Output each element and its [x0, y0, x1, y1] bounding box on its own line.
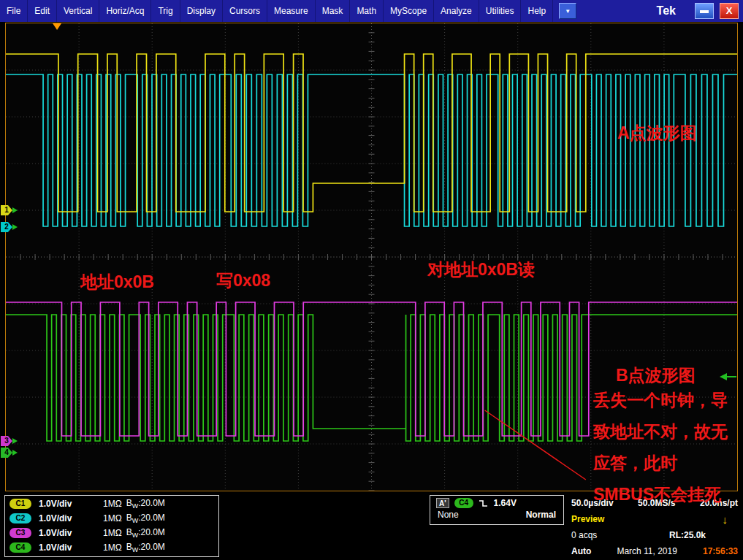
- channel-bandwidth: BW:20.0M: [126, 513, 165, 524]
- channel-scale: 1.0V/div: [39, 528, 94, 538]
- menu-item-analyze[interactable]: Analyze: [434, 0, 479, 22]
- channel-bandwidth: BW:20.0M: [126, 498, 165, 510]
- date-label: March 11, 2019: [617, 546, 677, 556]
- preview-status: Preview: [571, 514, 604, 524]
- channel-readout-row: C21.0V/div1MΩBW:20.0M: [5, 511, 218, 526]
- menu-item-vertical[interactable]: Vertical: [57, 0, 99, 22]
- tek-logo: Tek: [657, 0, 676, 22]
- annotation-read: 对地址0x0B读: [427, 258, 535, 281]
- annotation-note-line: 致地址不对，故无: [593, 416, 728, 448]
- channel-readout-row: C41.0V/div1MΩBW:20.0M: [5, 540, 218, 555]
- falling-edge-icon: [479, 499, 489, 508]
- trigger-mode: Normal: [526, 510, 556, 520]
- annotation-note: 丢失一个时钟，导 致地址不对，故无 应答，此时 SMBUS不会挂死: [593, 385, 728, 510]
- menu-item-edit[interactable]: Edit: [28, 0, 57, 22]
- trigger-readout: A' C4 1.64V None Normal: [430, 495, 564, 525]
- menu-dropdown-button[interactable]: ▼: [559, 3, 576, 19]
- minimize-button[interactable]: [695, 3, 714, 19]
- oscilloscope-screen: FileEditVerticalHoriz/AcqTrigDisplayCurs…: [0, 0, 743, 560]
- channel4-arrow-icon: [12, 450, 18, 456]
- channel-impedance: 1MΩ: [103, 513, 122, 523]
- channel-impedance: 1MΩ: [103, 528, 122, 538]
- channel2-arrow-icon: [12, 224, 18, 230]
- menu-item-myscope[interactable]: MyScope: [384, 0, 434, 22]
- annotation-b-point: B点波形图: [616, 364, 696, 387]
- menu-item-mask[interactable]: Mask: [316, 0, 351, 22]
- acquisition-count: 0 acqs: [571, 530, 597, 540]
- trigger-source-badge[interactable]: A': [436, 498, 449, 508]
- channel-bandwidth: BW:20.0M: [126, 527, 165, 539]
- menu-bar: FileEditVerticalHoriz/AcqTrigDisplayCurs…: [0, 0, 743, 22]
- menu-item-trig[interactable]: Trig: [151, 0, 180, 22]
- channel-scale: 1.0V/div: [39, 542, 94, 553]
- channel-readout-row: C11.0V/div1MΩBW:20.0M: [5, 496, 218, 511]
- close-button[interactable]: X: [720, 3, 739, 19]
- annotation-note-line: 应答，此时: [593, 448, 728, 479]
- channel-badge[interactable]: C4: [9, 542, 31, 553]
- trigger-level-marker[interactable]: [720, 373, 736, 380]
- menu-item-math[interactable]: Math: [350, 0, 384, 22]
- channel3-arrow-icon: [12, 438, 18, 444]
- menu-item-file[interactable]: File: [0, 0, 28, 22]
- trigger-holdoff: None: [438, 510, 459, 520]
- annotation-address: 地址0x0B: [80, 271, 154, 294]
- channel-readouts: C11.0V/div1MΩBW:20.0MC21.0V/div1MΩBW:20.…: [4, 495, 219, 557]
- minimize-icon: [700, 10, 709, 13]
- annotation-a-point: A点波形图: [617, 122, 697, 145]
- menu-item-utilities[interactable]: Utilities: [479, 0, 522, 22]
- waveform-trace-ch2: [6, 74, 737, 226]
- channel-impedance: 1MΩ: [103, 542, 122, 553]
- menu-item-help[interactable]: Help: [521, 0, 553, 22]
- menu-items: FileEditVerticalHoriz/AcqTrigDisplayCurs…: [0, 0, 553, 22]
- record-length: RL:25.0k: [669, 530, 706, 540]
- channel-badge[interactable]: C3: [9, 528, 31, 538]
- trigger-channel-badge[interactable]: C4: [454, 498, 473, 508]
- channel-readout-row: C31.0V/div1MΩBW:20.0M: [5, 526, 218, 540]
- trigger-position-marker[interactable]: [53, 23, 61, 30]
- menu-item-display[interactable]: Display: [180, 0, 223, 22]
- annotation-pointer-line: [485, 410, 586, 480]
- channel1-arrow-icon: [12, 207, 18, 213]
- trigger-mode-auto: Auto: [571, 546, 591, 556]
- menu-item-measure[interactable]: Measure: [267, 0, 316, 22]
- channel-scale: 1.0V/div: [39, 499, 94, 509]
- channel-bandwidth: BW:20.0M: [126, 542, 165, 553]
- menu-item-horizacq[interactable]: Horiz/Acq: [99, 0, 151, 22]
- scroll-down-icon: ↓: [723, 513, 728, 526]
- channel-impedance: 1MΩ: [103, 499, 122, 509]
- time-label: 17:56:33: [703, 546, 738, 556]
- annotation-note-line: SMBUS不会挂死: [593, 479, 728, 510]
- channel-badge[interactable]: C2: [9, 513, 31, 523]
- menu-item-cursors[interactable]: Cursors: [223, 0, 267, 22]
- annotation-note-line: 丢失一个时钟，导: [593, 385, 728, 416]
- channel-scale: 1.0V/div: [39, 513, 94, 523]
- annotation-write: 写0x08: [216, 269, 270, 292]
- channel-badge[interactable]: C1: [9, 499, 31, 509]
- trigger-level: 1.64V: [494, 498, 517, 508]
